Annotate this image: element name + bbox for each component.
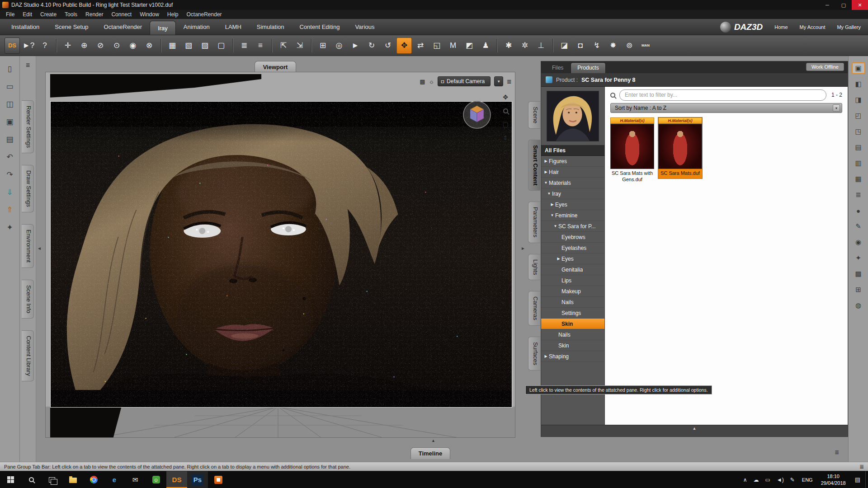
whats-this-tool-button[interactable]: ►? [21,38,36,54]
node-select-tool-button[interactable]: ► [348,38,363,54]
tree-item-shaping-19[interactable]: ▶Shaping [541,351,604,362]
layout-split-a-button[interactable]: ◧ [852,78,865,90]
aspect-frame-icon[interactable]: ▩ [420,78,425,85]
dock-tab-lights[interactable]: Lights [528,254,540,281]
tree-item-all-files-0[interactable]: All Files [541,145,604,156]
layout-split-c-button[interactable]: ◰ [852,110,865,122]
menu-connect[interactable]: Connect [107,10,136,19]
layout-split-d-button[interactable]: ◳ [852,126,865,137]
menu-window[interactable]: Window [136,10,163,19]
tree-item-materials-3[interactable]: ▼Materials [541,178,604,188]
tree-item-figures-1[interactable]: ▶Figures [541,156,604,167]
help-tool-button[interactable]: ? [37,38,52,54]
activity-tab-lamh[interactable]: LAMH [217,19,249,35]
menu-create[interactable]: Create [36,10,61,19]
dock-tab-content-library[interactable]: Content Library [22,330,34,381]
activity-tab-iray[interactable]: Iray [150,21,176,35]
left-dock-menu-icon[interactable]: ≣ [25,62,30,68]
man-tool-button[interactable]: MAN [638,38,653,54]
daz-studio-logo-button[interactable]: DS [5,38,20,54]
timeline-pane-menu-icon[interactable]: ≣ [835,449,839,455]
orbit-tool-button[interactable]: ↺ [380,38,396,54]
joint-editor-tool-button[interactable]: ⊗ [142,38,157,54]
display-button[interactable]: ▭ [762,477,774,483]
globe-pane-button[interactable]: ◍ [852,300,865,311]
tab-products[interactable]: Products [571,62,605,73]
tree-item-nails-17[interactable]: Nails [541,329,604,340]
dock-tab-smart-content[interactable]: Smart Content [528,140,540,191]
list-pane-button[interactable]: ≣ [852,189,865,201]
pan-view-button[interactable]: ✥ [500,92,510,102]
chat-button[interactable] [146,471,166,488]
rotate-tool-button[interactable]: ↻ [364,38,379,54]
zoom-view-button[interactable] [500,106,510,116]
end-point-tool-button[interactable]: ◉ [125,38,141,54]
tree-item-skin-16[interactable]: Skin [541,319,604,329]
align-tool-a-button[interactable]: ≣ [236,38,252,54]
dock-tab-draw-settings[interactable]: Draw Settings [22,165,34,212]
splitter-left-icon[interactable]: ◄ [37,246,42,251]
search-button[interactable] [21,471,42,488]
translate-tool-button[interactable]: ⇄ [413,38,428,54]
work-offline-button[interactable]: Work Offline [806,63,844,71]
dock-tool-b-button[interactable]: ⇲ [292,38,307,54]
geometry-tool-b-button[interactable]: ▧ [181,38,196,54]
aim-tool-button[interactable]: ◎ [331,38,347,54]
tree-item-hair-2[interactable]: ▶Hair [541,167,604,178]
create-node-tool-button[interactable]: ✛ [60,38,75,54]
menu-tools[interactable]: Tools [61,10,81,19]
camera-selector[interactable]: ◘ Default Camera [438,76,491,86]
start-button[interactable] [0,471,21,488]
show-desktop-button[interactable] [865,471,868,488]
dock-tab-cameras[interactable]: Cameras [528,291,540,326]
tree-item-eyes-5[interactable]: ▶Eyes [541,199,604,210]
mail-button[interactable]: ✉ [125,471,146,488]
splitter-right-icon[interactable]: ► [521,246,525,251]
close-button[interactable]: ✕ [852,0,868,10]
sort-dropdown[interactable]: Sort by Name : A to Z ▼ [610,103,842,113]
tree-item-eyelashes-9[interactable]: Eyelashes [541,243,604,253]
center-point-tool-button[interactable]: ⊙ [109,38,124,54]
save-as-button[interactable]: ▤ [3,133,17,145]
render-tool-button[interactable]: ↯ [589,38,604,54]
layout-rows-button[interactable]: ▤ [852,141,865,153]
edge-button[interactable]: e [104,471,125,488]
minimize-button[interactable]: ─ [819,0,835,10]
dock-tool-a-button[interactable]: ⇱ [276,38,291,54]
volume-button[interactable]: ◄) [774,477,787,483]
maximize-button[interactable]: ▢ [835,0,852,10]
tree-item-settings-15[interactable]: Settings [541,308,604,319]
viewport-pane[interactable]: ▩ ☼ ◘ Default Camera ▼ ≣ ✥▢⇕⌂ [45,72,515,438]
open-file-button[interactable]: ▭ [3,80,17,93]
sphere-pane-button[interactable]: ● [852,205,865,216]
menu-file[interactable]: File [2,10,19,19]
menu-render[interactable]: Render [81,10,107,19]
figure-tool-button[interactable]: ♟ [478,38,493,54]
view-frame-tool-button[interactable]: ▢ [213,38,229,54]
dock-tab-scene[interactable]: Scene [528,101,540,129]
dock-tab-render-settings[interactable]: Render Settings [22,100,34,153]
chrome-button[interactable] [83,471,104,488]
link-my-gallery[interactable]: My Gallery [837,24,861,30]
onedrive-button[interactable]: ☁ [750,477,762,483]
status-pane-menu-icon[interactable]: ≣ [859,464,864,470]
tree-item-iray-4[interactable]: ▼Iray [541,188,604,199]
menu-octanerender[interactable]: OctaneRender [183,10,226,19]
spot-render-tool-button[interactable]: ◪ [557,38,572,54]
activity-tab-octanerender[interactable]: OctaneRender [96,19,150,35]
align-tool-b-button[interactable]: ≡ [253,38,268,54]
product-card-sc-sara-mats-with-gens-duf[interactable]: H.Material(s)SC Sara Mats with Gens.duf [610,117,654,185]
tree-item-eyes-10[interactable]: ▶Eyes [541,253,604,264]
dock-tab-scene-info[interactable]: Scene Info [22,280,34,319]
utilities-button[interactable]: ✦ [3,221,17,234]
product-thumbnail[interactable] [547,91,599,141]
geometry-edit-tool-button[interactable]: ◩ [462,38,477,54]
photoshop-button[interactable]: Ps [187,471,208,488]
dock-tab-surfaces[interactable]: Surfaces [528,337,540,371]
undo-button[interactable]: ↶ [3,150,17,163]
filter-input[interactable] [619,89,826,101]
layout-columns-button[interactable]: ▥ [852,157,865,169]
dock-tab-parameters[interactable]: Parameters [528,202,540,243]
reset-view-button[interactable]: ⌂ [500,146,510,156]
tree-item-eyebrows-8[interactable]: Eyebrows [541,232,604,243]
